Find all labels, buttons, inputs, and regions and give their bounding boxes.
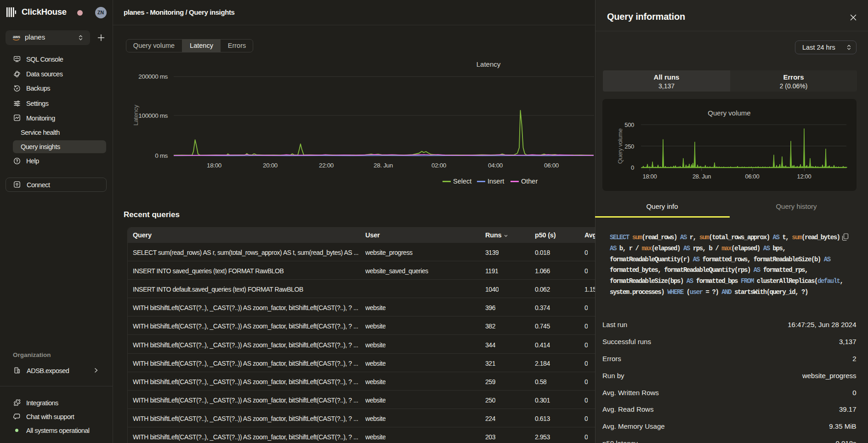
svg-text:aws: aws [13, 35, 20, 39]
